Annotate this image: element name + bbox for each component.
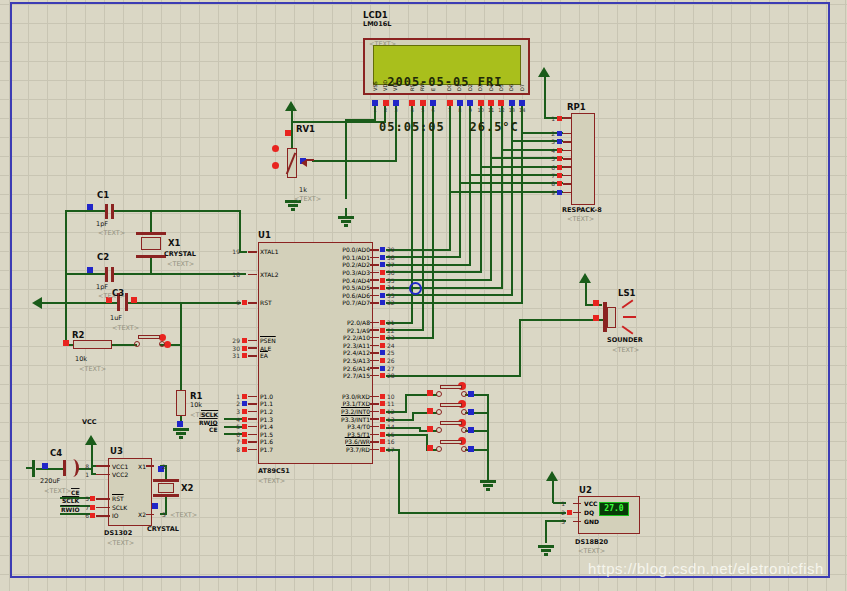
chip-pin[interactable]: P3.4/T0 14: [311, 423, 399, 431]
c2-plate[interactable]: [111, 267, 114, 282]
wire[interactable]: [113, 210, 239, 212]
chip-pin[interactable]: P3.6/WR 16: [311, 438, 399, 446]
wire[interactable]: [412, 412, 437, 414]
chip-pin[interactable]: P2.6/A14 27: [311, 364, 399, 372]
chip-pin[interactable]: X1 2: [128, 462, 168, 470]
wire[interactable]: [386, 302, 523, 304]
chip-pin[interactable]: 5: [548, 155, 571, 163]
c1-plate[interactable]: [111, 204, 114, 219]
push-button[interactable]: [440, 421, 462, 425]
wire[interactable]: [487, 394, 489, 480]
lcd-pin[interactable]: VSS 1: [370, 66, 380, 113]
wire[interactable]: [405, 394, 407, 413]
x2-body[interactable]: [158, 483, 174, 493]
wire[interactable]: [520, 319, 603, 321]
lcd-pin[interactable]: D4 11: [486, 66, 496, 113]
wire[interactable]: [345, 208, 347, 216]
x2-component[interactable]: X2: [153, 477, 223, 507]
power-terminal-icon[interactable]: [285, 95, 297, 111]
chip-pin[interactable]: 4: [548, 146, 571, 154]
wire[interactable]: [519, 319, 521, 377]
lcd-pin[interactable]: VEE 3: [391, 66, 401, 113]
wire[interactable]: [66, 273, 105, 275]
x1-body[interactable]: [141, 237, 161, 250]
chip-pin[interactable]: P0.7/AD7 32: [311, 299, 399, 307]
rp1-component[interactable]: RP1 1 2 3 4 5 6: [548, 100, 638, 225]
chip-pin[interactable]: P3.3/INT1 13: [311, 415, 399, 423]
chip-pin[interactable]: 8: [548, 180, 571, 188]
chip-pin[interactable]: 3: [548, 138, 571, 146]
wire[interactable]: [65, 210, 67, 346]
wire[interactable]: [180, 302, 182, 391]
c1-plate[interactable]: [105, 204, 108, 219]
chip-pin[interactable]: P3.2/INT0 12: [311, 408, 399, 416]
power-terminal-icon[interactable]: [85, 429, 97, 445]
chip-pin[interactable]: P2.0/A8 21: [311, 319, 399, 327]
wire[interactable]: [398, 512, 566, 514]
chip-pin[interactable]: P0.6/AD6 33: [311, 292, 399, 300]
c4-plate[interactable]: [63, 460, 66, 476]
chip-pin[interactable]: P0.0/AD0 39: [311, 246, 399, 254]
wire[interactable]: [66, 210, 105, 212]
sounder-body[interactable]: [607, 307, 616, 328]
lcd-pin[interactable]: E 6: [428, 66, 438, 113]
chip-pin[interactable]: P2.1/A9 22: [311, 326, 399, 334]
rv1-component[interactable]: RV1 1k <TEXT>: [275, 124, 335, 209]
lcd-pin[interactable]: D3 10: [476, 66, 486, 113]
chip-pin[interactable]: P2.2/A10 23: [311, 334, 399, 342]
r2-body[interactable]: [73, 340, 112, 349]
wire[interactable]: [545, 520, 547, 543]
chip-pin[interactable]: 1: [548, 114, 571, 122]
chip-pin[interactable]: 7: [548, 171, 571, 179]
lcd1-component[interactable]: LCD1 LM016L <TEXT> 2005-05-05 FRI 05:05:…: [363, 10, 533, 130]
lcd-pin[interactable]: RW 5: [418, 66, 428, 113]
lcd-pin[interactable]: D5 12: [496, 66, 506, 113]
chip-pin[interactable]: P3.7/RD 17: [311, 446, 399, 454]
wire[interactable]: [113, 273, 246, 275]
power-terminal-icon[interactable]: [546, 465, 558, 481]
ls1-component[interactable]: LS1 SOUNDER <TEXT>: [595, 288, 665, 358]
c2-plate[interactable]: [105, 267, 108, 282]
push-button[interactable]: [138, 335, 160, 339]
lcd-pin[interactable]: D1 8: [455, 66, 465, 113]
wire[interactable]: [449, 191, 563, 193]
chip-pin[interactable]: P2.7/A15 28: [311, 372, 399, 380]
chip-pin[interactable]: P3.1/TXD 11: [311, 400, 399, 408]
r1-body[interactable]: [176, 390, 186, 416]
lcd-pin[interactable]: RS 4: [407, 66, 417, 113]
push-button[interactable]: [440, 385, 462, 389]
push-button[interactable]: [440, 403, 462, 407]
chip-pin[interactable]: 6: [548, 163, 571, 171]
terminal-arrow-icon[interactable]: [26, 297, 42, 309]
u1-component[interactable]: U1 19 XTAL1 18 XTAL2 9 RST 29 PSE: [229, 230, 404, 490]
chip-pin[interactable]: P0.5/AD5 34: [311, 284, 399, 292]
chip-pin[interactable]: P2.5/A13 26: [311, 357, 399, 365]
chip-pin[interactable]: P3.0/RXD 10: [311, 393, 399, 401]
lcd-pin[interactable]: D7 14: [517, 66, 527, 113]
push-button[interactable]: [440, 440, 462, 444]
chip-pin[interactable]: P2.4/A12 25: [311, 349, 399, 357]
wire[interactable]: [26, 467, 33, 469]
chip-pin[interactable]: X2 3: [128, 510, 168, 518]
wire[interactable]: [345, 119, 347, 199]
chip-pin[interactable]: P0.4/AD4 35: [311, 276, 399, 284]
lcd-pin[interactable]: VDD 2: [380, 66, 390, 113]
wire[interactable]: [544, 72, 546, 119]
chip-pin[interactable]: P0.3/AD3 36: [311, 269, 399, 277]
lcd-pin[interactable]: D0 7: [444, 66, 454, 113]
chip-pin[interactable]: P3.5/T1 15: [311, 430, 399, 438]
chip-pin[interactable]: 2: [548, 129, 571, 137]
chip-pin[interactable]: P2.3/A11 24: [311, 342, 399, 350]
rp1-body[interactable]: [571, 113, 595, 205]
wire[interactable]: [128, 302, 241, 304]
chip-pin[interactable]: P0.1/AD1 38: [311, 254, 399, 262]
power-terminal-icon[interactable]: [538, 61, 550, 77]
chip-pin[interactable]: P0.2/AD2 37: [311, 261, 399, 269]
power-terminal-icon[interactable]: [579, 267, 591, 283]
x1-component[interactable]: X1 CRYSTAL <TEXT>: [136, 230, 216, 272]
lcd-pin[interactable]: D2 9: [465, 66, 475, 113]
lcd-pin[interactable]: D6 13: [507, 66, 517, 113]
chip-pin[interactable]: 3 GND: [557, 517, 617, 526]
chip-pin[interactable]: 9: [548, 188, 571, 196]
wire[interactable]: [386, 375, 520, 377]
